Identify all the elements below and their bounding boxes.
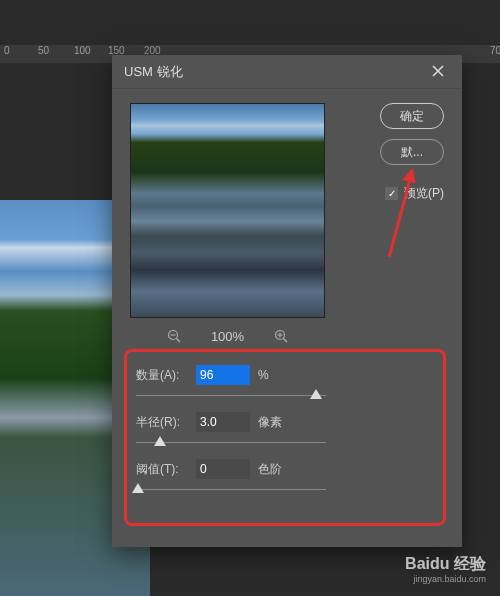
svg-line-1 [176,339,180,343]
close-icon[interactable] [426,60,450,84]
watermark: Baidu 经验 jingyan.baidu.com [405,554,486,586]
preview-checkbox-label: 预览(P) [404,185,444,202]
annotation-highlight-box [124,349,446,526]
svg-line-4 [284,339,288,343]
preview-checkbox-row[interactable]: ✓ 预览(P) [385,185,444,202]
watermark-brand: Baidu 经验 [405,554,486,575]
watermark-url: jingyan.baidu.com [405,574,486,586]
filter-preview-image[interactable] [130,103,325,318]
zoom-out-icon[interactable] [165,327,183,345]
zoom-controls: 100% [130,327,325,345]
preview-checkbox[interactable]: ✓ [385,187,398,200]
dialog-actions: 确定 默... [380,103,444,165]
ok-button[interactable]: 确定 [380,103,444,129]
default-button[interactable]: 默... [380,139,444,165]
annotation-arrow [388,170,414,258]
zoom-in-icon[interactable] [272,327,290,345]
usm-sharpen-dialog: USM 锐化 100% 确定 默... ✓ 预览(P) 数量(A): % [112,55,462,547]
dialog-titlebar[interactable]: USM 锐化 [112,55,462,89]
dialog-title: USM 锐化 [124,63,183,81]
zoom-level-label: 100% [211,329,244,344]
